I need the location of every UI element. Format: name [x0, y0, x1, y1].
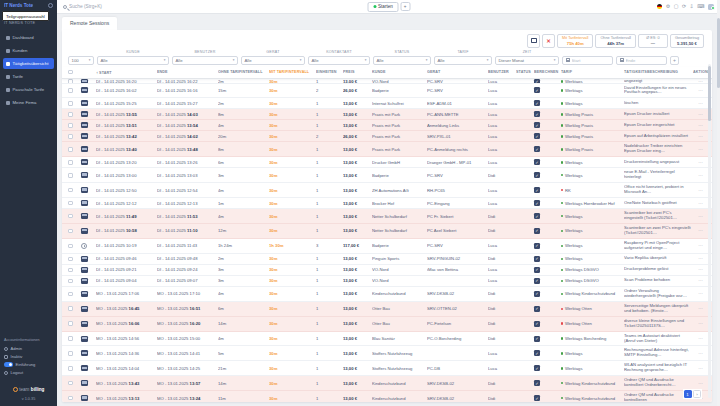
account-item-logout[interactable]: Logout [4, 370, 53, 375]
row-actions-button[interactable]: ⋯ [693, 228, 708, 233]
column-header-benutzer[interactable]: BENUTZER [488, 70, 514, 74]
row-checkbox[interactable] [68, 160, 73, 165]
row-checkbox[interactable] [68, 244, 73, 249]
column-header-status[interactable]: STATUS [516, 70, 532, 74]
berechnen-toggle[interactable]: ✓ [534, 133, 540, 139]
berechnen-toggle[interactable]: ✓ [534, 306, 540, 312]
filter-select-kontaktart[interactable]: Alle▾ [308, 56, 370, 65]
row-actions-button[interactable]: ⋯ [693, 201, 708, 206]
search-input[interactable] [69, 4, 179, 9]
page-next-button[interactable]: › [693, 390, 701, 398]
row-checkbox[interactable] [68, 123, 73, 128]
sidebar-toggle-icon[interactable] [48, 3, 53, 8]
row-actions-button[interactable]: ⋯ [693, 278, 708, 283]
keyboard-icon[interactable]: ⌨ [697, 4, 704, 9]
berechnen-toggle[interactable]: ✓ [534, 243, 540, 249]
row-checkbox[interactable] [68, 188, 73, 193]
row-checkbox[interactable] [68, 201, 73, 206]
date-start-input[interactable] [572, 58, 610, 63]
berechnen-toggle[interactable]: ✓ [534, 256, 540, 262]
table-scrollbar[interactable] [708, 64, 711, 399]
row-checkbox[interactable] [68, 306, 73, 311]
row-actions-button[interactable]: ⋯ [693, 123, 708, 128]
filter-select-gerät[interactable]: Alle▾ [241, 56, 305, 65]
filter-select-kunde[interactable]: Alle▾ [97, 56, 169, 65]
column-header-mit-tarifintervall[interactable]: MIT TARIFINTERVALL [269, 70, 314, 74]
column-header-ende[interactable]: ENDE [157, 70, 216, 74]
clear-filter-button[interactable]: ✕ [542, 34, 555, 48]
column-header-gerät[interactable]: GERÄT [427, 70, 486, 74]
column-header-start[interactable]: ↑START [96, 70, 155, 75]
berechnen-toggle[interactable]: ✓ [534, 267, 540, 273]
row-actions-button[interactable]: ⋯ [693, 147, 708, 152]
start-session-button[interactable]: Starten [367, 2, 399, 12]
row-actions-button[interactable]: ⋯ [693, 321, 708, 326]
settings-icon[interactable]: ⚙ [666, 4, 670, 9]
row-actions-button[interactable]: ⋯ [693, 112, 708, 117]
berechnen-toggle[interactable]: ✓ [534, 213, 540, 219]
row-actions-button[interactable]: ⋯ [693, 243, 708, 248]
berechnen-toggle[interactable]: ✓ [534, 380, 540, 386]
sidebar-item-pauschale-tarife[interactable]: Pauschale Tarife [3, 84, 54, 95]
row-actions-button[interactable]: ⋯ [693, 160, 708, 165]
berechnen-toggle[interactable]: ✓ [534, 228, 540, 234]
row-actions-button[interactable]: ⋯ [693, 88, 708, 93]
row-checkbox[interactable] [68, 396, 73, 401]
berechnen-toggle[interactable]: ✓ [534, 146, 540, 152]
row-actions-button[interactable]: ⋯ [693, 351, 708, 356]
row-checkbox[interactable] [68, 336, 73, 341]
row-actions-button[interactable]: ⋯ [693, 366, 708, 371]
row-checkbox[interactable] [68, 268, 73, 273]
row-checkbox[interactable] [68, 214, 73, 219]
fullscreen-icon[interactable]: ▢ [674, 4, 679, 9]
berechnen-toggle[interactable]: ✓ [534, 159, 540, 165]
berechnen-toggle[interactable]: ✓ [534, 172, 540, 178]
filter-select-pagesize[interactable]: 100▾ [68, 56, 94, 65]
row-actions-button[interactable]: ⋯ [693, 267, 708, 272]
row-checkbox[interactable] [68, 147, 73, 152]
row-actions-button[interactable]: ⋯ [693, 336, 708, 341]
row-checkbox[interactable] [68, 279, 73, 284]
download-icon[interactable]: ⇩ [690, 4, 694, 9]
row-actions-button[interactable]: ⋯ [693, 134, 708, 139]
row-actions-button[interactable]: ⋯ [693, 381, 708, 386]
row-checkbox[interactable] [68, 112, 73, 117]
column-header-preis[interactable]: PREIS [343, 70, 370, 74]
berechnen-toggle[interactable]: ✓ [534, 87, 540, 93]
row-checkbox[interactable] [68, 366, 73, 371]
berechnen-toggle[interactable]: ✓ [534, 365, 540, 371]
berechnen-toggle[interactable]: ✓ [534, 336, 540, 342]
user-avatar[interactable] [708, 4, 714, 10]
berechnen-toggle[interactable]: ✓ [534, 100, 540, 106]
row-checkbox[interactable] [68, 351, 73, 356]
berechnen-toggle[interactable]: ✓ [534, 122, 540, 128]
row-actions-button[interactable]: ⋯ [693, 173, 708, 178]
row-checkbox[interactable] [68, 134, 73, 139]
start-options-button[interactable]: + [400, 2, 410, 11]
row-checkbox[interactable] [68, 173, 73, 178]
filter-select-zeit[interactable]: Dieser Monat▾ [495, 56, 559, 65]
filter-select-status[interactable]: Alle▾ [373, 56, 431, 65]
column-header-ohne-tarifintervall[interactable]: OHNE TARIFINTERVALL [218, 70, 267, 74]
row-checkbox[interactable] [68, 88, 73, 93]
account-item-admin[interactable]: Admin [4, 346, 53, 351]
date-end-input[interactable] [626, 58, 664, 63]
column-header-kunde[interactable]: KUNDE [372, 70, 425, 74]
sidebar-item-meine-firma[interactable]: Meine Firma [3, 97, 54, 108]
row-checkbox[interactable] [68, 101, 73, 106]
berechnen-toggle[interactable]: ✓ [534, 350, 540, 356]
account-item-inaktiv[interactable]: Inaktiv [4, 354, 53, 359]
column-header-berechnen[interactable]: BERECHNEN [534, 70, 559, 74]
refresh-icon[interactable]: ⟳ [682, 4, 686, 9]
table-scrollbar-thumb[interactable] [708, 66, 711, 121]
row-actions-button[interactable]: ⋯ [693, 291, 708, 296]
berechnen-toggle[interactable]: ✓ [534, 187, 540, 193]
row-actions-button[interactable]: ⋯ [693, 188, 708, 193]
sidebar-item-tarife[interactable]: Tarife [3, 71, 54, 82]
row-checkbox[interactable] [68, 292, 73, 297]
sidebar-item-dashboard[interactable]: Dashboard [3, 32, 54, 43]
column-header-aktionen[interactable]: AKTIONEN [693, 70, 708, 74]
row-checkbox[interactable] [68, 321, 73, 326]
intro-toggle[interactable] [4, 362, 13, 367]
berechnen-toggle[interactable]: ✓ [534, 278, 540, 284]
